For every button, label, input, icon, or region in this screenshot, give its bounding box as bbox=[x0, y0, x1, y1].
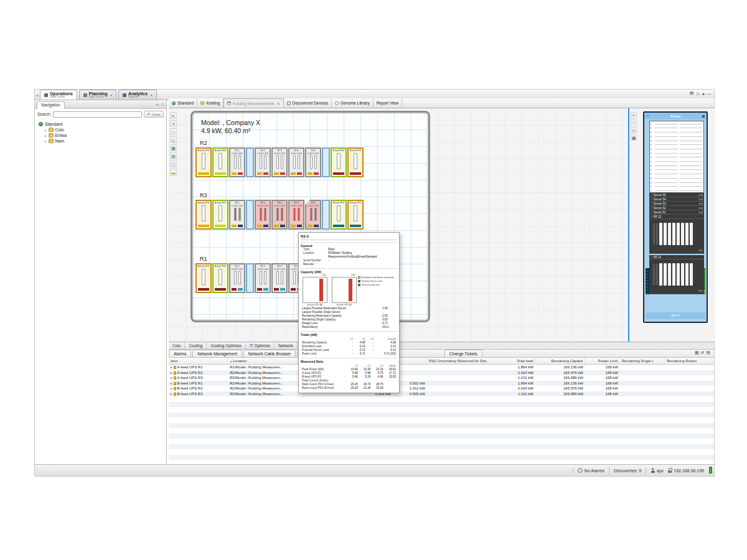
rack-unit-slot[interactable]: 34 bbox=[650, 155, 703, 159]
user-status[interactable]: apc bbox=[651, 468, 664, 473]
fit-icon[interactable]: ◇ bbox=[631, 127, 637, 133]
maximize-panel-icon[interactable]: □ bbox=[161, 103, 164, 106]
gap-tile-u[interactable] bbox=[246, 200, 254, 230]
rack-server-server-54[interactable]: 24Server 543 W bbox=[649, 197, 704, 202]
rack-tile-r2-4[interactable]: R2-40.2kW 0.2kW bbox=[288, 147, 304, 177]
rack-menu-icon[interactable] bbox=[702, 115, 705, 118]
table-row[interactable]: ▸A-feed UPS R1R1/Model: /Kolding Measure… bbox=[169, 365, 714, 370]
rack-unit-slot[interactable]: 37 bbox=[650, 142, 703, 147]
warning-icon[interactable]: △ bbox=[696, 91, 699, 96]
rack-tile-r1-3[interactable]: R1-30.2kW 0.2kW bbox=[271, 263, 288, 293]
rack-unit-slot[interactable]: 30 bbox=[650, 171, 703, 175]
dock-tab-network[interactable]: Network bbox=[275, 342, 298, 349]
table-row[interactable]: ▸A-feed UPS R3R3/Model: /Kolding Measure… bbox=[169, 375, 714, 381]
expand-arrow-icon[interactable]: ▸ bbox=[171, 365, 172, 369]
zoom-in-icon[interactable]: + bbox=[631, 112, 637, 118]
perspective-switch-icon[interactable]: » bbox=[36, 93, 39, 98]
rack-tile-r2-5[interactable]: R2-50.2kW 0.2kW bbox=[305, 147, 321, 177]
tree-item-nam[interactable]: ▸Nam bbox=[39, 138, 166, 144]
rack-unit-slot[interactable]: 27 bbox=[650, 184, 703, 189]
gap-tile-u[interactable] bbox=[322, 200, 330, 230]
clear-button[interactable]: ↶ Clear bbox=[144, 111, 164, 118]
rack-unit-slot[interactable]: 38 bbox=[650, 138, 703, 142]
rack-server-server-52[interactable]: 22Server 523 W bbox=[649, 206, 704, 210]
rack-tile-r2-2[interactable]: R2-20.2kW 0.2kW bbox=[255, 147, 271, 177]
pdu-tile-a-feed-pdu[interactable]: A-feed PDU bbox=[212, 263, 228, 293]
table-config-icon[interactable]: ▦ bbox=[695, 350, 699, 355]
dock-view-tab-change-tickets[interactable]: Change Tickets bbox=[444, 350, 482, 357]
perspective-tab-analytics[interactable]: AnalyticsReports▾ bbox=[118, 90, 157, 100]
expand-arrow-icon[interactable]: ▸ bbox=[171, 371, 172, 375]
rack-server-server-55[interactable]: 25Server 553 W bbox=[649, 193, 704, 197]
column-header-power-limit[interactable]: Power Limit bbox=[585, 358, 620, 364]
discoveries-status[interactable]: Discoveries: 9 bbox=[614, 469, 641, 473]
dock-view-tab-alarms[interactable]: Alarms bbox=[169, 350, 191, 357]
gap-tile-u[interactable] bbox=[246, 263, 254, 293]
rack-unit-slot[interactable]: 28 bbox=[650, 180, 703, 184]
rack-tile-r3-2[interactable]: R3-20.2kW 0.2kW bbox=[255, 200, 271, 230]
tree-item-emea[interactable]: ▸Emea bbox=[39, 133, 166, 138]
column-header-remaining-redun[interactable]: Remaining Redun bbox=[665, 358, 712, 364]
outline-tool-icon[interactable]: ▢ bbox=[170, 161, 177, 167]
dock-tab-colo[interactable]: Colo bbox=[169, 342, 185, 349]
editor-tab-report-view[interactable]: Report View bbox=[374, 98, 402, 108]
rack-tile-r3-5[interactable]: R3-50.2kW 0.2kW bbox=[305, 200, 321, 230]
rack-server-server-51[interactable]: 21Server 513 W bbox=[649, 210, 704, 215]
column-header-total-load[interactable]: Total load bbox=[494, 358, 535, 364]
editor-tab-genome-library[interactable]: Genome Library bbox=[332, 98, 374, 108]
expand-arrow-icon[interactable]: ▸ bbox=[45, 128, 47, 132]
rack-unit-slot[interactable]: 41 bbox=[650, 126, 703, 130]
rack-elevation[interactable]: 72 Front 4241403938373635343332313029282… bbox=[643, 111, 708, 323]
expand-arrow-icon[interactable]: ▸ bbox=[171, 376, 172, 380]
gap-tile-u[interactable] bbox=[322, 147, 330, 177]
table-row[interactable]: ▸B-feed UPS R1R1/Model: /Kolding Measure… bbox=[169, 381, 714, 386]
rack-unit-slot[interactable]: 33 bbox=[650, 159, 703, 163]
pdu-tile-a-feed-pdu[interactable]: A-feed PDU bbox=[212, 147, 228, 177]
perspective-tab-operations[interactable]: OperationsData Center bbox=[40, 90, 77, 100]
menu-icon[interactable]: ▤ bbox=[706, 350, 710, 355]
rack-tile-r1-1[interactable]: R1-10.2kW 0.2kW bbox=[229, 263, 245, 293]
pdu-tile-b-feed-pdu[interactable]: B-feed PDU bbox=[331, 200, 347, 230]
rack-unit-slot[interactable]: 32 bbox=[650, 163, 703, 167]
rack-unit-slot[interactable]: 36 bbox=[650, 146, 703, 151]
dock-tab-cooling-optimize[interactable]: Cooling Optimize bbox=[207, 342, 246, 349]
dock-tab-it-optimize[interactable]: IT Optimize bbox=[246, 342, 275, 349]
rack-unit-slot[interactable]: 42 bbox=[650, 121, 703, 126]
expand-arrow-icon[interactable]: ▸ bbox=[171, 381, 172, 385]
column-header-remaining-capacit[interactable]: Remaining Capacit bbox=[535, 358, 585, 364]
editor-tab-discovered-devices[interactable]: Discovered Devices bbox=[284, 98, 332, 108]
perspective-tab-planning[interactable]: PlanningData Center▾ bbox=[79, 90, 116, 100]
grid-icon[interactable]: ▦ bbox=[631, 134, 637, 141]
ups-tile-a-feed-ups[interactable]: A-feed UPS bbox=[195, 263, 212, 293]
select-tool-icon[interactable]: ↖ bbox=[170, 112, 177, 119]
ups-tile-b-feed-ups[interactable]: B-feed UPS bbox=[347, 200, 364, 230]
dock-view-tab-network-cable-browser[interactable]: Network Cable Browser bbox=[243, 350, 296, 357]
alarm-status[interactable]: i No Alarms bbox=[578, 468, 604, 473]
editor-tab-kolding-measurements[interactable]: Kolding Measurements✕ bbox=[223, 98, 284, 108]
editor-tab-standard[interactable]: Standard bbox=[169, 98, 197, 108]
navigation-view-tab[interactable]: Navigation bbox=[37, 101, 65, 109]
dock-tab-cooling[interactable]: Cooling bbox=[185, 342, 207, 349]
record-icon[interactable]: ● bbox=[702, 91, 705, 96]
expand-arrow-icon[interactable]: ▸ bbox=[45, 134, 47, 138]
table-row[interactable]: ▸A-feed UPS R2R2/Model: /Kolding Measure… bbox=[169, 370, 714, 376]
expand-arrow-icon[interactable]: ▸ bbox=[171, 392, 172, 396]
rack-tile-r3-1[interactable]: R3-10.2kW 0.2kW bbox=[229, 200, 245, 230]
ups-tile-a-feed-ups[interactable]: A-feed UPS bbox=[195, 200, 212, 230]
column-header-item[interactable]: Item bbox=[169, 358, 228, 364]
server-address[interactable]: 192.168.56.195 bbox=[668, 468, 704, 473]
minimize-icon[interactable]: — bbox=[707, 91, 712, 96]
rack-tile-r3-3[interactable]: R3-30.2kW 0.2kW bbox=[271, 200, 288, 230]
rack-unit-slot[interactable]: 39 bbox=[650, 134, 703, 138]
chevron-down-icon[interactable]: ▾ bbox=[110, 93, 112, 97]
gap-tile-u[interactable] bbox=[246, 147, 254, 177]
rack-tile-r1-2[interactable]: R1-20.2kW 0.2kW bbox=[255, 263, 271, 293]
search-input[interactable] bbox=[53, 111, 142, 118]
minimize-panel-icon[interactable]: ▭ bbox=[156, 102, 159, 106]
fit-view-tool-icon[interactable]: ◇ bbox=[170, 136, 177, 143]
pdu-tile-a-feed-pdu[interactable]: A-feed PDU bbox=[212, 200, 228, 230]
rack-tile-r3-4[interactable]: R3-40.2kW 0.2kW bbox=[288, 200, 304, 230]
tree-root-standard[interactable]: Standard bbox=[39, 121, 166, 127]
expand-arrow-icon[interactable]: ▸ bbox=[171, 386, 172, 390]
rack-unit-slot[interactable]: 35 bbox=[650, 151, 703, 155]
